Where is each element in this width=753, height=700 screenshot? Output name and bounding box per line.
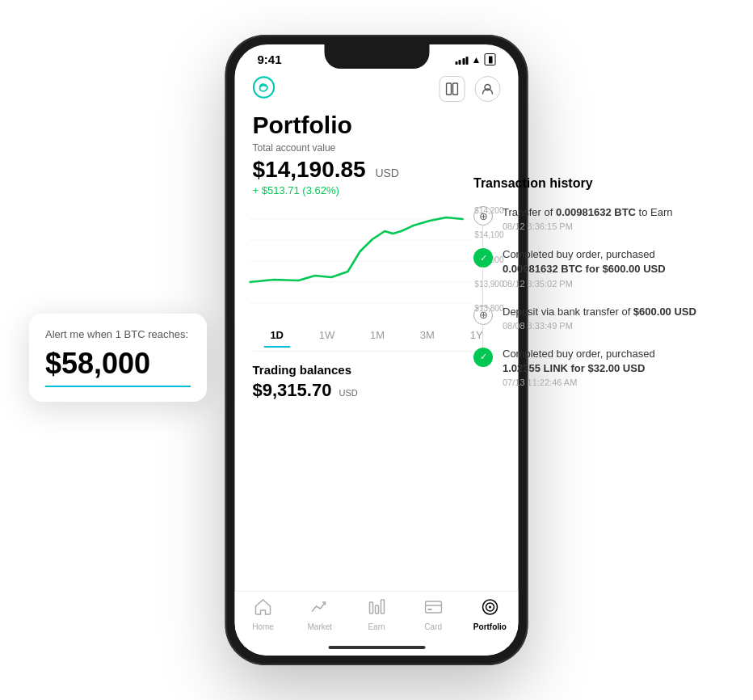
battery-icon: ▮	[485, 53, 496, 65]
home-icon	[255, 598, 272, 620]
tx-item-2: ✓ Completed buy order, purchased0.009816…	[473, 247, 724, 288]
earn-icon	[368, 598, 385, 620]
card-icon	[424, 598, 442, 620]
portfolio-label: Portfolio	[473, 622, 507, 631]
trading-currency: USD	[339, 388, 358, 398]
trading-title: Trading balances	[253, 363, 501, 377]
scene: Transaction history ⊕ Transfer of 0.0098…	[13, 15, 740, 685]
tx-item-1: ⊕ Transfer of 0.00981632 BTC to Earn 08/…	[473, 205, 724, 231]
alert-label: Alert me when 1 BTC reaches:	[45, 328, 191, 340]
portfolio-section: Portfolio Total account value $14,190.85…	[253, 112, 501, 196]
tx-body-2: Completed buy order, purchased0.00981632…	[503, 247, 724, 288]
tx-text-4: Completed buy order, purchased1.02355 LI…	[503, 347, 724, 376]
market-icon	[311, 598, 329, 620]
alert-value: $58,000	[45, 347, 191, 387]
svg-point-0	[254, 77, 274, 97]
svg-rect-12	[425, 601, 441, 613]
time-filters: 1D 1W 1M 3M 1Y	[253, 316, 501, 352]
tx-body-4: Completed buy order, purchased1.02355 LI…	[503, 347, 724, 387]
profile-button[interactable]	[475, 76, 501, 102]
account-value: $14,190.85 USD	[253, 157, 501, 183]
tx-text-3: Deposit via bank transfer of $600.00 USD	[503, 305, 724, 319]
bar-4	[466, 57, 469, 65]
filter-1m[interactable]: 1M	[364, 326, 391, 344]
profile-icon	[482, 82, 494, 95]
nav-market[interactable]: Market	[292, 598, 348, 631]
tx-date-4: 07/13 11:22:46 AM	[503, 377, 724, 387]
filter-3m[interactable]: 3M	[414, 326, 441, 344]
coinbase-logo	[253, 76, 276, 102]
tx-date-2: 08/12 3:35:02 PM	[503, 279, 724, 289]
bar-1	[455, 61, 457, 65]
tx-title: Transaction history	[473, 176, 724, 191]
nav-earn[interactable]: Earn	[348, 598, 405, 631]
portfolio-title: Portfolio	[253, 112, 501, 139]
phone-notch	[324, 44, 429, 69]
nav-portfolio[interactable]: Portfolio	[461, 598, 518, 631]
svg-rect-1	[447, 83, 452, 95]
header-icons	[440, 76, 501, 102]
layout-icon	[446, 82, 459, 95]
status-time: 9:41	[258, 53, 282, 66]
alert-card: Alert me when 1 BTC reaches: $58,000	[29, 314, 207, 402]
tx-icon-check-1: ✓	[473, 248, 493, 268]
card-label: Card	[424, 622, 442, 631]
app-header	[253, 70, 501, 112]
tx-text-1: Transfer of 0.00981632 BTC to Earn	[503, 205, 724, 220]
home-indicator	[328, 646, 425, 649]
tx-date-1: 08/12 3:36:15 PM	[503, 221, 724, 231]
svg-rect-10	[375, 605, 378, 614]
tx-icon-transfer: ⊕	[473, 206, 493, 226]
status-icons: ▲ ▮	[455, 53, 495, 65]
filter-1d[interactable]: 1D	[263, 326, 290, 344]
svg-point-17	[489, 606, 491, 609]
trading-section: Trading balances $9,315.70 USD	[253, 352, 501, 401]
market-label: Market	[308, 622, 333, 631]
nav-home[interactable]: Home	[235, 598, 292, 631]
filter-1w[interactable]: 1W	[313, 326, 342, 344]
bar-3	[462, 58, 465, 65]
svg-rect-2	[453, 83, 458, 95]
tx-icon-check-2: ✓	[473, 348, 493, 367]
nav-card[interactable]: Card	[405, 598, 461, 631]
tx-item-4: ✓ Completed buy order, purchased1.02355 …	[473, 347, 724, 387]
svg-rect-14	[427, 609, 431, 610]
transaction-panel: Transaction history ⊕ Transfer of 0.0098…	[473, 176, 724, 403]
home-label: Home	[252, 622, 274, 631]
wifi-icon: ▲	[472, 54, 482, 65]
account-value-amount: $14,190.85	[253, 157, 366, 182]
layout-button[interactable]	[440, 76, 465, 102]
bar-2	[459, 60, 461, 65]
account-change: + $513.71 (3.62%)	[253, 184, 501, 196]
earn-label: Earn	[368, 622, 385, 631]
trading-amount: $9,315.70	[253, 380, 332, 400]
signal-bars	[455, 55, 469, 65]
chart-svg	[250, 203, 504, 316]
portfolio-nav-icon	[481, 598, 498, 620]
account-label: Total account value	[253, 142, 501, 154]
account-currency: USD	[375, 167, 399, 179]
tx-date-3: 08/08 3:33:49 PM	[503, 321, 724, 331]
tx-text-2: Completed buy order, purchased0.00981632…	[503, 247, 724, 276]
tx-icon-deposit: ⊕	[473, 306, 493, 325]
tx-body-3: Deposit via bank transfer of $600.00 USD…	[503, 305, 724, 331]
svg-rect-11	[381, 600, 384, 614]
tx-body-1: Transfer of 0.00981632 BTC to Earn 08/12…	[503, 205, 724, 231]
trading-value: $9,315.70 USD	[253, 380, 501, 401]
chart-area: $14,200 $14,100 $14,000 $13,900 $13,800	[250, 203, 504, 316]
svg-rect-9	[369, 602, 372, 614]
tx-item-3: ⊕ Deposit via bank transfer of $600.00 U…	[473, 305, 724, 331]
